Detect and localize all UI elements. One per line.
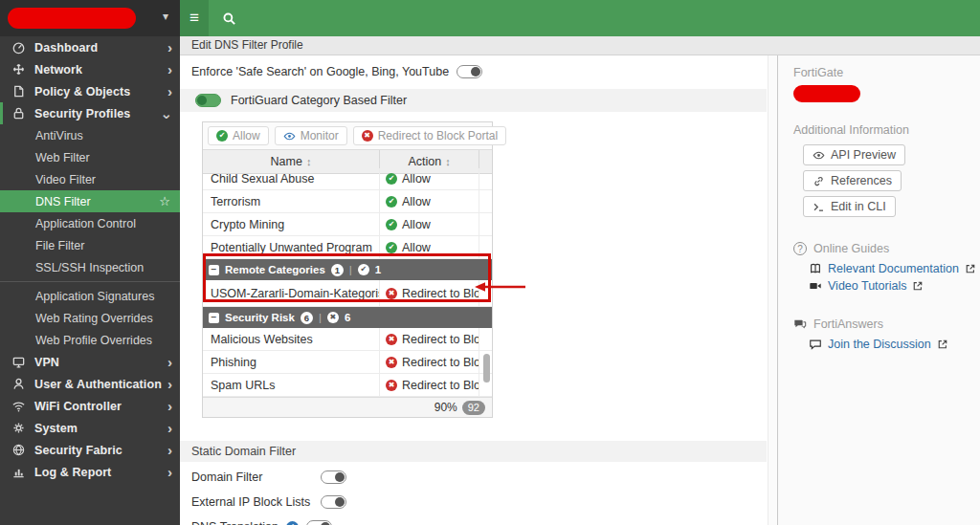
edit-in-cli-button[interactable]: Edit in CLI (803, 196, 896, 217)
x-circle-icon: ✖ (386, 380, 397, 391)
sidebar-item-user-authentication[interactable]: User & Authentication › (0, 373, 180, 395)
sidebar-item-application-signatures[interactable]: Application Signatures (0, 285, 180, 307)
category-table: ✔ Allow Monitor ✖ Redirect to Block Port… (202, 121, 493, 418)
info-icon[interactable]: i (286, 521, 299, 525)
table-row[interactable]: Terrorism ✔Allow (203, 190, 492, 213)
group-count-badge: 1 (331, 264, 344, 276)
sidebar-item-log-report[interactable]: Log & Report › (0, 461, 180, 483)
sidebar-item-security-profiles[interactable]: Security Profiles ⌄ (0, 102, 180, 124)
caret-down-icon[interactable]: ▾ (163, 10, 168, 23)
collapse-icon[interactable]: − (209, 265, 219, 275)
table-row[interactable]: Phishing ✖Redirect to Bloc... (203, 351, 492, 374)
main-content: Enforce 'Safe Search' on Google, Bing, Y… (180, 55, 777, 525)
sidebar-item-video-filter[interactable]: Video Filter (0, 168, 180, 190)
sidebar-item-web-profile-overrides[interactable]: Web Profile Overrides (0, 329, 180, 351)
sidebar: ▾ Dashboard › Network › Policy & Objects… (0, 0, 180, 525)
chevron-right-icon: › (167, 377, 172, 391)
table-row[interactable]: Crypto Mining ✔Allow (203, 213, 492, 236)
domain-filter-toggle[interactable] (321, 470, 346, 484)
sidebar-item-file-filter[interactable]: File Filter (0, 234, 180, 256)
relevant-documentation-link[interactable]: Relevant Documentation (809, 262, 980, 275)
x-circle-icon: ✖ (386, 288, 397, 299)
fortigate-label: FortiGate (793, 66, 980, 79)
safe-search-row: Enforce 'Safe Search' on Google, Bing, Y… (191, 61, 777, 82)
collapse-icon[interactable]: − (209, 313, 219, 323)
group-count-badge: 6 (301, 312, 313, 324)
table-row[interactable]: Potentially Unwanted Program ✔Allow (203, 236, 492, 259)
x-circle-icon: ✖ (386, 334, 397, 345)
move-arrows-icon (11, 62, 26, 77)
table-row[interactable]: Spam URLs ✖Redirect to Bloc... (203, 374, 492, 397)
sort-icon: ↕ (306, 156, 312, 167)
redirect-block-portal-button[interactable]: ✖ Redirect to Block Portal (353, 126, 506, 145)
chevron-right-icon: › (167, 40, 172, 55)
guide-links: Relevant Documentation Video Tutorials (809, 262, 980, 293)
sidebar-item-system[interactable]: System › (0, 417, 180, 439)
chevron-right-icon: › (167, 355, 172, 369)
sidebar-item-web-rating-overrides[interactable]: Web Rating Overrides (0, 307, 180, 329)
sidebar-item-label: Dashboard (34, 41, 167, 55)
table-row-usom[interactable]: USOM-Zararli-Domain-Kategorisi ✖Redirect… (203, 280, 492, 307)
sidebar-item-wifi-controller[interactable]: WiFi Controller › (0, 395, 180, 417)
sidebar-item-antivirus[interactable]: AntiVirus (0, 124, 180, 146)
globe-icon (11, 443, 26, 457)
sidebar-item-label: System (34, 422, 167, 435)
chat-bubbles-icon (793, 317, 807, 331)
sidebar-item-dns-filter[interactable]: DNS Filter ☆ (0, 190, 180, 212)
group-row-security-risk[interactable]: − Security Risk 6 | ✖ 6 (203, 307, 492, 328)
hamburger-menu-button[interactable]: ≡ (180, 0, 209, 36)
table-row[interactable]: Child Sexual Abuse ✔Allow (203, 174, 492, 190)
chevron-right-icon: › (167, 62, 172, 77)
eye-icon (813, 149, 825, 162)
wifi-icon (11, 399, 26, 413)
join-discussion-link[interactable]: Join the Discussion (809, 338, 980, 351)
fortiguard-filter-toggle[interactable] (195, 94, 221, 107)
external-link-icon (912, 280, 924, 292)
sidebar-item-label: Network (34, 63, 167, 77)
dns-translation-toggle[interactable] (306, 520, 332, 525)
sidebar-item-label: Log & Report (34, 466, 167, 479)
table-scrollbar-thumb[interactable] (483, 354, 490, 383)
document-icon (11, 84, 26, 98)
favorite-star-icon[interactable]: ☆ (159, 194, 170, 208)
api-preview-button[interactable]: API Preview (803, 144, 905, 165)
static-domain-filter-header: Static Domain Filter (180, 441, 767, 462)
x-circle-icon: ✖ (386, 357, 397, 368)
x-circle-icon: ✖ (327, 312, 339, 323)
check-circle-icon: ✔ (386, 242, 397, 253)
user-icon (11, 377, 26, 391)
external-ip-block-lists-toggle[interactable] (321, 495, 346, 509)
sidebar-item-ssl-ssh-inspection[interactable]: SSL/SSH Inspection (0, 256, 180, 278)
breadcrumb: Edit DNS Filter Profile (180, 36, 980, 55)
content-scrollbar-track[interactable] (768, 55, 777, 525)
sidebar-item-application-control[interactable]: Application Control (0, 212, 180, 234)
table-footer: 90% 92 (203, 397, 492, 417)
sidebar-header: ▾ (0, 0, 180, 36)
group-row-remote-categories[interactable]: − Remote Categories 1 | ✔ 1 (203, 259, 492, 280)
allow-button[interactable]: ✔ Allow (208, 126, 269, 145)
additional-information-title: Additional Information (793, 123, 980, 137)
sidebar-item-dashboard[interactable]: Dashboard › (0, 36, 180, 58)
check-circle-icon: ✔ (386, 219, 397, 230)
sidebar-item-label: WiFi Controller (34, 400, 167, 413)
references-button[interactable]: References (803, 170, 902, 191)
sidebar-item-web-filter[interactable]: Web Filter (0, 146, 180, 168)
video-tutorials-link[interactable]: Video Tutorials (809, 279, 980, 293)
sidebar-item-label: Security Fabric (34, 444, 167, 457)
book-icon (809, 262, 822, 275)
monitor-button[interactable]: Monitor (275, 126, 347, 145)
sort-icon: ↕ (445, 156, 451, 167)
search-icon (222, 11, 236, 26)
table-row[interactable]: Malicious Websites ✖Redirect to Bloc... (203, 328, 492, 351)
monitor-icon (11, 355, 26, 369)
sidebar-item-security-fabric[interactable]: Security Fabric › (0, 439, 180, 461)
safe-search-toggle[interactable] (457, 65, 482, 78)
bar-chart-icon (11, 465, 26, 479)
table-toolbar: ✔ Allow Monitor ✖ Redirect to Block Port… (203, 122, 492, 150)
sidebar-item-policy-objects[interactable]: Policy & Objects › (0, 80, 180, 102)
sidebar-divider (0, 281, 180, 282)
sidebar-item-network[interactable]: Network › (0, 58, 180, 80)
sidebar-item-vpn[interactable]: VPN › (0, 351, 180, 373)
search-button[interactable] (222, 11, 236, 26)
chevron-down-icon: ⌄ (160, 106, 172, 120)
